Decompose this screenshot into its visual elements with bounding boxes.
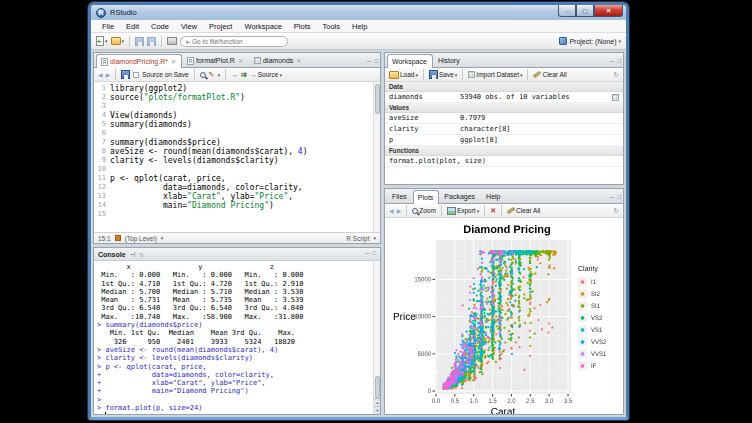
clear-all-plots-button[interactable]: Clear All [507, 207, 540, 214]
scroll-up-button[interactable]: ▲ [374, 398, 380, 406]
divider [441, 205, 442, 216]
minimize-panel-icon[interactable]: ─ [367, 58, 371, 64]
import-dataset-button[interactable]: Import Dataset▾ [468, 71, 522, 78]
code-editor[interactable]: 1library(ggplot2)2source("plots/formatPl… [94, 82, 380, 232]
back-icon[interactable]: ◀ [98, 71, 103, 78]
refresh-icon[interactable]: ↻ [613, 207, 619, 215]
menu-view[interactable]: View [176, 21, 202, 32]
menu-help[interactable]: Help [347, 21, 372, 32]
previous-plot-icon[interactable]: ◀ [389, 207, 394, 214]
source-button[interactable]: → Source ▾ [250, 71, 282, 78]
console-line: > p <- qplot(carat, price, [97, 363, 373, 371]
refresh-icon[interactable]: ↻ [613, 71, 619, 79]
menu-file[interactable]: File [97, 21, 119, 32]
maximize-panel-icon[interactable]: □ [374, 58, 378, 64]
remove-plot-icon[interactable]: ✕ [490, 207, 496, 215]
tab-diamonds[interactable]: diamonds ✕ [249, 53, 307, 67]
save-workspace-button[interactable]: Save▾ [429, 70, 457, 79]
tab-history[interactable]: History [433, 53, 466, 67]
tab-formatPlot[interactable]: formatPlot.R ✕ [182, 53, 249, 67]
workspace-row-diamonds[interactable]: diamonds 53940 obs. of 10 variables [385, 92, 623, 103]
workspace-row-format-plot[interactable]: format.plot(plot, size) [385, 156, 623, 167]
console-line: > format.plot(p, size=24) [97, 404, 373, 412]
save-button[interactable] [135, 37, 144, 46]
maximize-button[interactable] [576, 5, 594, 17]
find-icon[interactable] [200, 72, 206, 78]
goto-file-input[interactable] [192, 38, 282, 45]
print-button[interactable] [167, 37, 177, 45]
minimize-panel-icon[interactable]: ─ [610, 194, 614, 200]
close-icon[interactable]: ✕ [296, 57, 301, 64]
console-body[interactable]: x y z Min. : 0.000 Min. : 0.000 Min. : 0… [94, 261, 380, 414]
tab-workspace[interactable]: Workspace [387, 54, 433, 68]
doc-type-label[interactable]: R Script [346, 235, 369, 242]
console-lines: x y z Min. : 0.000 Min. : 0.000 Min. : 0… [94, 261, 373, 414]
code-tools-icon[interactable]: ✎ [209, 71, 215, 79]
workspace-row-avesize[interactable]: aveSize 0.7979 [385, 113, 623, 124]
export-plot-button[interactable]: Export▾ [447, 207, 479, 215]
maximize-panel-icon[interactable]: □ [617, 58, 621, 64]
view-data-icon[interactable] [612, 94, 619, 101]
menu-tools[interactable]: Tools [318, 21, 346, 32]
tab-packages[interactable]: Packages [439, 189, 481, 203]
object-name: diamonds [389, 93, 460, 101]
source-toolbar: ◀ ▶ Source on Save ✎ ▾ → ⇉ → Source [94, 68, 380, 82]
tab-label: diamondPricing.R* [110, 58, 168, 65]
divider [194, 69, 195, 80]
tab-label: formatPlot.R [196, 57, 235, 64]
console-line: > summary(diamonds$price) [97, 321, 373, 329]
goto-directory-icon[interactable]: ↻ [139, 251, 144, 258]
clear-all-label: Clear All [516, 207, 540, 214]
source-on-save-checkbox[interactable] [133, 72, 139, 78]
editor-scrollbar[interactable] [373, 82, 380, 232]
next-plot-icon[interactable]: ▶ [397, 207, 402, 214]
workspace-toolbar: Load▾ Save▾ Import Dataset▾ Clear All ↻ [385, 68, 623, 82]
tab-files[interactable]: Files [387, 189, 413, 203]
menu-workspace[interactable]: Workspace [239, 21, 286, 32]
menu-project[interactable]: Project [204, 21, 237, 32]
maximize-panel-icon[interactable]: □ [617, 194, 621, 200]
scope-label[interactable]: (Top Level) [125, 235, 157, 242]
console-line: > aveSize <- round(mean(diamonds$carat),… [97, 346, 373, 354]
console-scrollbar[interactable]: ▲ ▼ [373, 261, 380, 414]
minimize-panel-icon[interactable]: ─ [365, 250, 369, 256]
console-title: Console [98, 251, 126, 258]
open-file-button[interactable]: ▾ [111, 37, 125, 45]
zoom-plot-button[interactable]: Zoom [412, 207, 436, 214]
code-line: 9clarity <- levels(diamonds$clarity) [94, 156, 373, 165]
titlebar[interactable]: RStudio [91, 5, 626, 20]
run-line-icon[interactable]: → [231, 71, 238, 78]
forward-icon[interactable]: ▶ [106, 71, 111, 78]
load-workspace-button[interactable]: Load▾ [389, 71, 418, 79]
minimize-button[interactable] [558, 5, 576, 17]
new-file-button[interactable]: ▾ [96, 36, 108, 46]
workspace-row-clarity[interactable]: clarity character[8] [385, 124, 623, 135]
console-line: > [97, 396, 373, 404]
close-icon[interactable]: ✕ [171, 58, 176, 65]
workspace-row-p[interactable]: p ggplot[8] [385, 135, 623, 146]
save-icon[interactable] [121, 70, 130, 79]
tab-diamondPricing[interactable]: diamondPricing.R* ✕ [96, 54, 182, 68]
chevron-down-icon: ▾ [161, 235, 164, 241]
chevron-down-icon: ▾ [455, 72, 458, 78]
source-tabstrip: diamondPricing.R* ✕ formatPlot.R ✕ diamo… [94, 53, 380, 68]
console-line: Mean : 5.731 Mean : 5.735 Mean : 3.539 [97, 296, 373, 304]
menu-edit[interactable]: Edit [121, 21, 144, 32]
tab-plots[interactable]: Plots [413, 190, 440, 204]
code-line: 3 [94, 102, 373, 111]
console-line: 3rd Qu.: 6.540 3rd Qu.: 6.540 3rd Qu.: 4… [97, 304, 373, 312]
project-selector[interactable]: Project: (None) ▾ [559, 37, 621, 45]
save-all-button[interactable] [147, 37, 156, 46]
maximize-panel-icon[interactable]: □ [372, 250, 376, 256]
minimize-panel-icon[interactable]: ─ [610, 58, 614, 64]
close-button[interactable] [594, 5, 623, 17]
menu-code[interactable]: Code [146, 21, 174, 32]
tab-help[interactable]: Help [481, 189, 506, 203]
workspace-list: Data diamonds 53940 obs. of 10 variables… [385, 82, 623, 184]
divider [501, 205, 502, 216]
scroll-down-button[interactable]: ▼ [374, 406, 380, 414]
rerun-icon[interactable]: ⇉ [241, 71, 247, 79]
close-icon[interactable]: ✕ [238, 57, 243, 64]
clear-all-button[interactable]: Clear All [533, 71, 566, 78]
menu-plots[interactable]: Plots [289, 21, 316, 32]
